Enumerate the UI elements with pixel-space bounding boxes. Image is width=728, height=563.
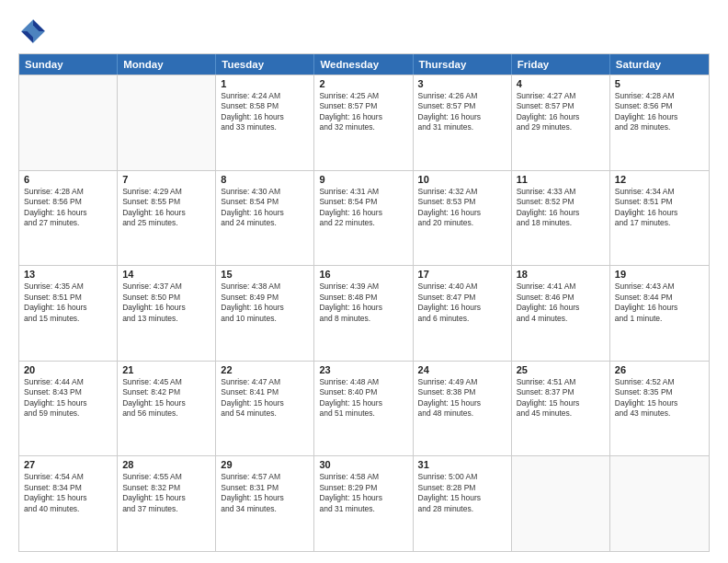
cell-line: Sunset: 8:50 PM — [122, 293, 210, 303]
cal-cell: 19Sunrise: 4:43 AMSunset: 8:44 PMDayligh… — [610, 266, 709, 361]
cell-line: Sunset: 8:55 PM — [122, 197, 210, 207]
day-number: 15 — [221, 269, 309, 280]
cell-line: Sunrise: 4:31 AM — [319, 187, 407, 197]
header-day-friday: Friday — [512, 54, 610, 75]
cell-line: and 59 minutes. — [24, 408, 112, 419]
cal-cell — [19, 75, 118, 170]
cell-line: Daylight: 16 hours — [122, 303, 210, 313]
cell-line: Daylight: 16 hours — [517, 303, 605, 313]
cell-line: Sunrise: 4:58 AM — [319, 472, 407, 482]
day-number: 10 — [418, 174, 506, 185]
header-day-tuesday: Tuesday — [216, 54, 314, 75]
day-number: 26 — [615, 364, 704, 375]
header-day-sunday: Sunday — [19, 54, 118, 75]
cal-cell: 31Sunrise: 5:00 AMSunset: 8:28 PMDayligh… — [414, 456, 512, 551]
cell-line: and 40 minutes. — [24, 504, 112, 514]
cell-line: Sunset: 8:52 PM — [517, 197, 605, 207]
cal-cell: 25Sunrise: 4:51 AMSunset: 8:37 PMDayligh… — [512, 362, 610, 456]
logo-icon — [18, 17, 48, 46]
cell-line: Daylight: 15 hours — [418, 398, 506, 408]
day-number: 5 — [615, 78, 704, 89]
cell-line: Daylight: 15 hours — [319, 493, 407, 503]
day-number: 24 — [418, 364, 506, 375]
cal-cell: 17Sunrise: 4:40 AMSunset: 8:47 PMDayligh… — [414, 266, 512, 361]
cell-line: Daylight: 16 hours — [221, 112, 309, 122]
cal-cell: 27Sunrise: 4:54 AMSunset: 8:34 PMDayligh… — [19, 456, 118, 551]
day-number: 29 — [221, 459, 309, 470]
cell-line: Sunrise: 4:57 AM — [221, 472, 309, 482]
cell-line: Daylight: 15 hours — [319, 398, 407, 408]
day-number: 7 — [122, 174, 210, 185]
week-row-2: 6Sunrise: 4:28 AMSunset: 8:56 PMDaylight… — [19, 170, 709, 266]
cal-cell: 13Sunrise: 4:35 AMSunset: 8:51 PMDayligh… — [19, 266, 118, 361]
cell-line: Sunrise: 4:27 AM — [517, 91, 605, 101]
cal-cell: 8Sunrise: 4:30 AMSunset: 8:54 PMDaylight… — [216, 171, 314, 266]
header-day-wednesday: Wednesday — [314, 54, 413, 75]
cell-line: Sunset: 8:54 PM — [319, 197, 407, 207]
cal-cell: 24Sunrise: 4:49 AMSunset: 8:38 PMDayligh… — [414, 362, 512, 456]
cell-line: Sunrise: 4:25 AM — [319, 91, 407, 101]
cell-line: Sunrise: 4:30 AM — [221, 187, 309, 197]
cell-line: and 29 minutes. — [517, 122, 605, 132]
cell-line: Sunrise: 4:51 AM — [517, 377, 605, 387]
cell-line: Sunset: 8:57 PM — [418, 101, 506, 111]
day-number: 14 — [122, 269, 210, 280]
cell-line: and 43 minutes. — [615, 408, 704, 419]
cell-line: Sunrise: 4:28 AM — [615, 91, 704, 101]
cal-cell: 16Sunrise: 4:39 AMSunset: 8:48 PMDayligh… — [314, 266, 413, 361]
cell-line: and 13 minutes. — [122, 314, 210, 324]
cal-cell: 22Sunrise: 4:47 AMSunset: 8:41 PMDayligh… — [216, 362, 314, 456]
day-number: 27 — [24, 459, 112, 470]
cell-line: Sunset: 8:56 PM — [615, 101, 704, 111]
cell-line: Sunrise: 4:35 AM — [24, 282, 112, 292]
day-number: 30 — [319, 459, 407, 470]
cell-line: Sunset: 8:43 PM — [24, 387, 112, 397]
cell-line: and 31 minutes. — [319, 504, 407, 514]
cell-line: Sunset: 8:49 PM — [221, 293, 309, 303]
day-number: 8 — [221, 174, 309, 185]
cell-line: and 28 minutes. — [418, 504, 506, 514]
cell-line: Sunset: 8:35 PM — [615, 387, 704, 397]
cal-cell: 21Sunrise: 4:45 AMSunset: 8:42 PMDayligh… — [118, 362, 216, 456]
cell-line: Daylight: 15 hours — [615, 398, 704, 408]
calendar-body: 1Sunrise: 4:24 AMSunset: 8:58 PMDaylight… — [19, 75, 709, 551]
day-number: 23 — [319, 364, 407, 375]
cell-line: Sunrise: 4:49 AM — [418, 377, 506, 387]
cal-cell — [610, 456, 709, 551]
cell-line: Sunset: 8:44 PM — [615, 293, 704, 303]
cell-line: Sunset: 8:37 PM — [517, 387, 605, 397]
cell-line: Sunrise: 4:55 AM — [122, 472, 210, 482]
cell-line: Sunset: 8:34 PM — [24, 483, 112, 493]
cell-line: and 24 minutes. — [221, 218, 309, 228]
week-row-5: 27Sunrise: 4:54 AMSunset: 8:34 PMDayligh… — [19, 455, 709, 551]
day-number: 11 — [517, 174, 605, 185]
header-day-saturday: Saturday — [610, 54, 709, 75]
day-number: 1 — [221, 78, 309, 89]
calendar: SundayMondayTuesdayWednesdayThursdayFrid… — [18, 53, 710, 552]
cell-line: and 31 minutes. — [418, 122, 506, 132]
cell-line: Daylight: 15 hours — [24, 398, 112, 408]
day-number: 28 — [122, 459, 210, 470]
cell-line: Sunset: 8:32 PM — [122, 483, 210, 493]
week-row-3: 13Sunrise: 4:35 AMSunset: 8:51 PMDayligh… — [19, 265, 709, 361]
day-number: 2 — [319, 78, 407, 89]
cell-line: Sunrise: 4:44 AM — [24, 377, 112, 387]
cal-cell: 2Sunrise: 4:25 AMSunset: 8:57 PMDaylight… — [314, 75, 413, 170]
cell-line: Daylight: 15 hours — [24, 493, 112, 503]
cell-line: Daylight: 15 hours — [122, 398, 210, 408]
cell-line: Sunset: 8:29 PM — [319, 483, 407, 493]
cal-cell: 15Sunrise: 4:38 AMSunset: 8:49 PMDayligh… — [216, 266, 314, 361]
cell-line: Sunset: 8:40 PM — [319, 387, 407, 397]
cell-line: and 54 minutes. — [221, 408, 309, 419]
cell-line: and 32 minutes. — [319, 122, 407, 132]
day-number: 12 — [615, 174, 704, 185]
cell-line: Sunrise: 4:43 AM — [615, 282, 704, 292]
cell-line: Daylight: 16 hours — [517, 208, 605, 218]
cell-line: Sunset: 8:54 PM — [221, 197, 309, 207]
week-row-1: 1Sunrise: 4:24 AMSunset: 8:58 PMDaylight… — [19, 75, 709, 170]
day-number: 16 — [319, 269, 407, 280]
cell-line: Sunset: 8:41 PM — [221, 387, 309, 397]
cell-line: Daylight: 16 hours — [418, 208, 506, 218]
cell-line: and 1 minute. — [615, 314, 704, 324]
cell-line: Sunset: 8:38 PM — [418, 387, 506, 397]
